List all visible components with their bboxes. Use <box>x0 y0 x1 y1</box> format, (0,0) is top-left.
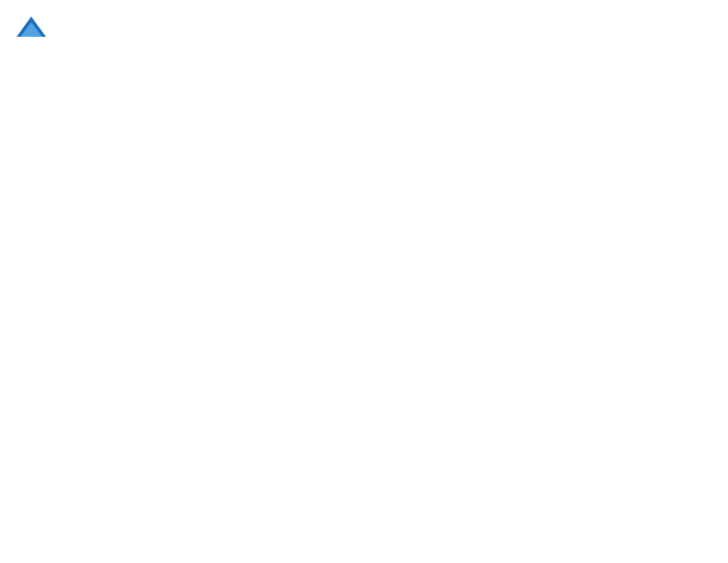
page-header <box>15 15 713 40</box>
logo-icon <box>15 15 48 40</box>
logo <box>15 15 51 40</box>
